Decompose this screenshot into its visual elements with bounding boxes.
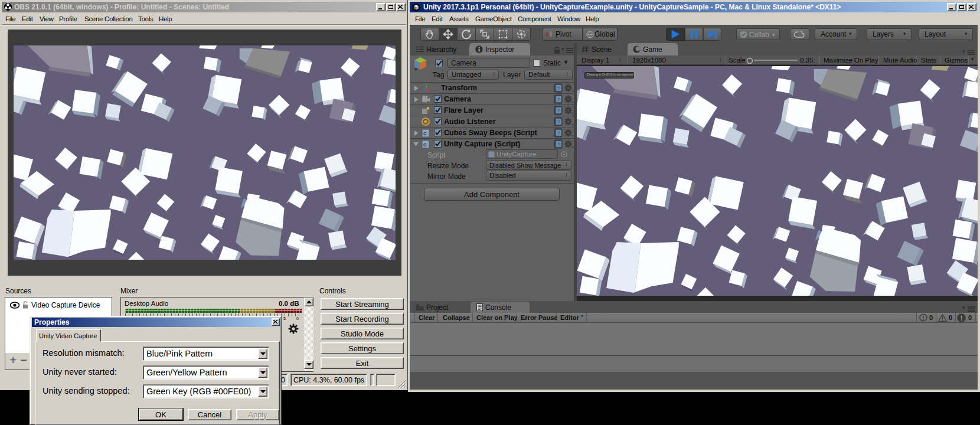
svg-text:?: ?: [557, 108, 560, 113]
svg-text:?: ?: [557, 86, 560, 91]
svg-text:C: C: [423, 131, 427, 136]
svg-text:?: ?: [557, 119, 560, 125]
svg-text:?: ?: [557, 97, 560, 102]
svg-text:?: ?: [557, 142, 560, 147]
svg-text:C: C: [423, 142, 427, 148]
svg-text:?: ?: [557, 130, 560, 136]
